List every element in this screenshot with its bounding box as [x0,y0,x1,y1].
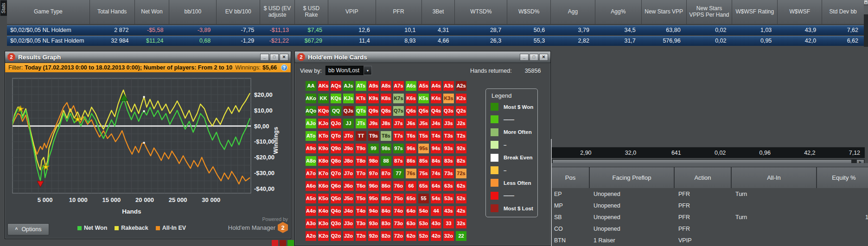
hole-card-33[interactable]: 33 [443,219,454,228]
hole-card-k3o[interactable]: K3o [318,219,329,228]
hole-card-kjs[interactable]: KJs [343,94,354,103]
hole-card-86s[interactable]: 86s [406,156,416,166]
hole-card-aa[interactable]: AA [306,81,316,91]
table-row-co[interactable]: COUnopenedPFR [552,223,868,234]
hole-card-54o[interactable]: 54o [418,206,429,216]
hole-card-83o[interactable]: 83o [381,219,391,228]
hole-card-k8o[interactable]: K8o [318,156,329,166]
table-row-mp[interactable]: MPUnopenedPFR [552,200,868,211]
close-button[interactable]: ✕ [539,54,548,61]
hole-card-tt[interactable]: TT [356,131,366,141]
hole-card-74s[interactable]: 74s [431,169,441,178]
hole-card-q3o[interactable]: Q3o [331,219,341,228]
hole-card-32o[interactable]: 32o [443,231,454,241]
view-by-select[interactable]: bb Won/Lost [326,66,364,75]
hole-card-85o[interactable]: 85o [381,194,391,203]
hole-card-aqo[interactable]: AQo [306,106,316,116]
hole-card-43s[interactable]: 43s [443,206,454,216]
hole-card-86o[interactable]: 86o [381,181,391,191]
hole-card-93s[interactable]: 93s [443,144,454,153]
hole-card-k9s[interactable]: K9s [368,94,379,103]
hole-card-ajo[interactable]: AJo [306,119,316,128]
hole-card-kto[interactable]: KTo [318,131,329,141]
hole-card-ako[interactable]: AKo [306,94,316,103]
hole-card-97o[interactable]: 97o [368,169,379,178]
hole-card-k4o[interactable]: K4o [318,206,329,216]
hole-card-j8o[interactable]: J8o [343,156,354,166]
hole-card-62s[interactable]: 62s [456,181,466,191]
hole-card-q9s[interactable]: Q9s [368,106,379,116]
hole-card-t9o[interactable]: T9o [356,144,366,153]
column-header-pos[interactable]: Pos [552,167,590,188]
hole-card-96s[interactable]: 96s [406,144,416,153]
hole-card-j6o[interactable]: J6o [343,181,354,191]
hole-card-a8o[interactable]: A8o [306,156,316,166]
hole-card-k5s[interactable]: K5s [418,94,429,103]
hole-card-73o[interactable]: 73o [393,219,404,228]
hole-card-43o[interactable]: 43o [431,219,441,228]
hole-card-j5s[interactable]: J5s [418,119,429,128]
hole-card-aks[interactable]: AKs [318,81,329,91]
vertical-scrollbar[interactable]: ▲ [864,0,868,47]
column-header-new-stars-vpps-per-hand[interactable]: New Stars VPPS Per Hand [687,0,733,24]
hole-card-q8o[interactable]: Q8o [331,156,341,166]
chevron-down-icon[interactable]: ▼ [364,66,372,75]
hole-card-q6o[interactable]: Q6o [331,181,341,191]
column-header-vpip[interactable]: VPIP [328,0,376,24]
hole-card-q5o[interactable]: Q5o [331,194,341,203]
hole-card-t8o[interactable]: T8o [356,156,366,166]
hole-card-j9o[interactable]: J9o [343,144,354,153]
hole-card-76o[interactable]: 76o [393,181,404,191]
hole-card-kqs[interactable]: KQs [331,94,341,103]
hole-card-97s[interactable]: 97s [393,144,404,153]
hole-card-qjo[interactable]: QJo [331,119,341,128]
column-header-action[interactable]: Action [675,167,732,188]
hole-card-ajs[interactable]: AJs [343,81,354,91]
hole-card-k2o[interactable]: K2o [318,231,329,241]
hole-card-a6s[interactable]: A6s [406,81,416,91]
hole-cards-titlebar[interactable]: 2 Hold'em Hole Cards _□✕ [295,51,550,63]
table-row-0-02-0-05-nl-fast-holdem[interactable]: $0,02/$0,05 NL Fast Holdem32 984$11,240,… [7,36,864,46]
hole-card-62o[interactable]: 62o [406,231,416,241]
column-header-agg[interactable]: Agg% [595,0,642,24]
hole-card-k8s[interactable]: K8s [381,94,391,103]
hole-card-k6o[interactable]: K6o [318,181,329,191]
hole-card-95s[interactable]: 95s [418,144,429,153]
minimize-button[interactable]: _ [520,54,529,61]
hole-card-75o[interactable]: 75o [393,194,404,203]
hole-card-k7s[interactable]: K7s [393,94,404,103]
hole-card-t6s[interactable]: T6s [406,131,416,141]
column-header-3bet[interactable]: 3Bet [422,0,455,24]
hole-card-jts[interactable]: JTs [356,119,366,128]
hole-card-a5s[interactable]: A5s [418,81,429,91]
column-header-w-sd[interactable]: W$SD% [507,0,551,24]
hole-card-k7o[interactable]: K7o [318,169,329,178]
hole-card-82s[interactable]: 82s [456,156,466,166]
hole-card-98s[interactable]: 98s [381,144,391,153]
hole-card-a7s[interactable]: A7s [393,81,404,91]
hole-card-q2o[interactable]: Q2o [331,231,341,241]
table-row-sb[interactable]: SBUnopenedPFRTurn10 [552,211,868,223]
scrollbar-thumb[interactable] [864,5,868,14]
hole-card-87o[interactable]: 87o [381,169,391,178]
hole-card-q4s[interactable]: Q4s [431,106,441,116]
hole-card-k3s[interactable]: K3s [443,94,454,103]
column-header-agg[interactable]: Agg [551,0,595,24]
background-stats-row[interactable]: 2,9032,06410,020,9642,27,12 [551,147,865,158]
hole-card-83s[interactable]: 83s [443,156,454,166]
hole-card-22[interactable]: 22 [456,231,466,241]
hole-card-53o[interactable]: 53o [418,219,429,228]
hole-card-a3s[interactable]: A3s [443,81,454,91]
hole-card-t2o[interactable]: T2o [356,231,366,241]
hole-card-a4s[interactable]: A4s [431,81,441,91]
hole-card-qq[interactable]: QQ [331,106,341,116]
hole-card-kk[interactable]: KK [318,94,329,103]
hole-card-k6s[interactable]: K6s [406,94,416,103]
hole-card-q8s[interactable]: Q8s [381,106,391,116]
hole-card-ats[interactable]: ATs [356,81,366,91]
hole-card-a9o[interactable]: A9o [306,144,316,153]
hole-card-66[interactable]: 66 [406,181,416,191]
column-header-all-in[interactable]: All-In [732,167,817,188]
hole-card-a2s[interactable]: A2s [456,81,466,91]
column-header-usd-ev-adjuste[interactable]: $ USD (EV adjuste [260,0,295,24]
